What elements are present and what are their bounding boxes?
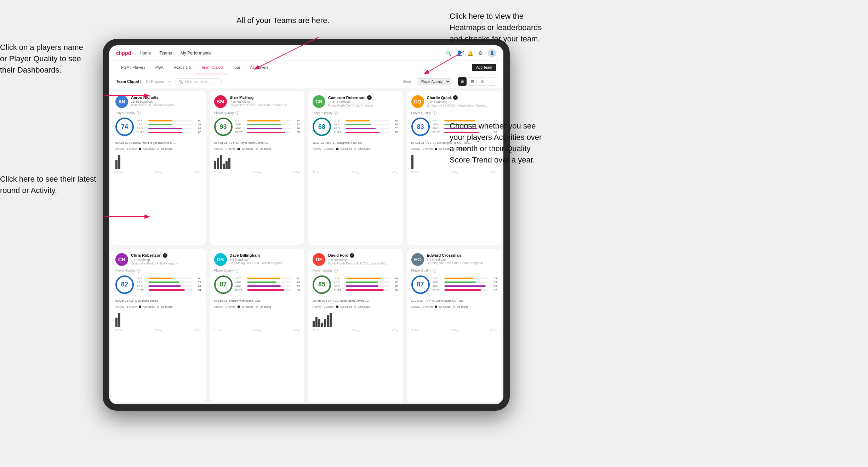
- player-club: Royal North Devon Golf Club, United Kit.…: [328, 262, 399, 265]
- avatar[interactable]: 👤: [488, 49, 496, 57]
- last-round[interactable]: 04 Sep 23 | Mobility with coach, Gym →: [214, 297, 300, 302]
- player-name[interactable]: Dave Billingham: [230, 253, 300, 257]
- last-round-text: 18 Jul 23 | 74 (+4), Sunningdale GC - Ol…: [411, 299, 463, 302]
- info-icon[interactable]: i: [334, 111, 338, 115]
- quality-row[interactable]: 74 OTT 60 APP: [115, 118, 201, 136]
- info-icon[interactable]: i: [235, 269, 239, 273]
- add-team-button[interactable]: Add Team: [472, 64, 496, 71]
- tab-team-clippd[interactable]: Team Clippd: [196, 61, 228, 74]
- player-card[interactable]: DB Dave Billingham 1-5 Handicap Sag Main…: [210, 249, 304, 403]
- chart-date: 31 Jul: [313, 329, 319, 331]
- last-round[interactable]: 03 Mar 23 | 19, Must make putting →: [115, 297, 201, 302]
- team-title: Team Clippd |: [116, 79, 141, 84]
- score-circle[interactable]: 85: [313, 275, 331, 294]
- stat-bar-bg: [247, 285, 291, 287]
- activity-section: Activity · 1 Month On course Off course …: [115, 147, 201, 173]
- player-club: St. George's Hill GC - Weybridge - Surre…: [427, 104, 497, 107]
- oncourse-label: On course: [242, 306, 253, 308]
- quality-row[interactable]: 93 OTT 84 APP: [214, 118, 300, 136]
- navbar-link-teams[interactable]: Teams: [159, 51, 172, 56]
- player-card[interactable]: BM Blair McHarg Plus Handicap Royal Nort…: [210, 91, 304, 245]
- sort-icon[interactable]: ↕: [488, 77, 496, 86]
- info-icon[interactable]: i: [137, 111, 141, 115]
- navbar-link-performance[interactable]: My Performance: [181, 51, 212, 56]
- player-club: Craigmillar Park, United Kingdom: [131, 262, 201, 265]
- player-name[interactable]: Chris Robertson ✓: [131, 253, 201, 258]
- user-icon[interactable]: 👤: [456, 50, 462, 56]
- stat-val: 63: [392, 123, 399, 126]
- grid-view-icon[interactable]: ⊞: [458, 77, 467, 86]
- bell-icon[interactable]: 🔔: [467, 50, 473, 56]
- score-circle[interactable]: 87: [411, 275, 430, 294]
- tab-all-players[interactable]: All Players: [245, 61, 274, 74]
- player-card[interactable]: DF David Ford ✓ 1-5 Handicap Royal North…: [308, 249, 403, 403]
- quality-row[interactable]: 85 OTT 89 APP: [313, 275, 399, 294]
- navbar-link-home[interactable]: Home: [139, 51, 151, 56]
- info-icon[interactable]: i: [334, 269, 338, 273]
- player-club: Royal North Devon Golf Club, United Kin.…: [230, 103, 300, 107]
- quality-label: Player Quality i: [313, 269, 399, 273]
- player-name[interactable]: David Ford ✓: [328, 253, 399, 258]
- last-round[interactable]: 02 Jul 23 | 59 (+1), Craigmillar Park GC…: [313, 139, 399, 144]
- player-avatar: DB: [214, 253, 227, 266]
- score-circle[interactable]: 68: [313, 118, 331, 136]
- player-card[interactable]: AN Aaron Nicholls 11-15 Handicap Drift G…: [111, 91, 206, 245]
- edit-icon[interactable]: ✏: [168, 79, 171, 84]
- score-circle[interactable]: 83: [411, 118, 430, 136]
- score-circle[interactable]: 82: [115, 275, 134, 294]
- stat-val: 85: [194, 131, 201, 134]
- oncourse-label: On course: [143, 306, 155, 308]
- player-card[interactable]: EC Edward Crossman 1-5 Handicap Sunningd…: [407, 249, 502, 403]
- quality-row[interactable]: 87 OTT 73 APP: [411, 275, 497, 294]
- stat-bar-bg: [148, 281, 193, 283]
- stat-name: OTT: [334, 119, 344, 122]
- stat-val: 83: [392, 285, 399, 288]
- player-card[interactable]: CR Cameron Robertson ✓ 11-15 Handicap Ro…: [308, 91, 403, 245]
- info-icon[interactable]: i: [433, 269, 436, 273]
- quality-row[interactable]: 68 OTT 61 APP: [313, 118, 399, 136]
- player-name[interactable]: Cameron Robertson ✓: [328, 95, 399, 100]
- search-icon[interactable]: 🔍: [445, 50, 451, 56]
- score-circle[interactable]: 74: [115, 118, 134, 136]
- score-circle[interactable]: 87: [214, 275, 233, 294]
- settings-icon[interactable]: ⚙: [478, 50, 483, 56]
- stat-val: 96: [392, 289, 399, 292]
- offcourse-legend: [157, 148, 159, 150]
- player-name[interactable]: Edward Crossman: [427, 253, 497, 257]
- stat-name: APP: [235, 123, 245, 126]
- info-icon[interactable]: i: [137, 269, 141, 273]
- last-round[interactable]: 26 Aug 23 | 84 (+12), Royal North Devon …: [313, 297, 399, 302]
- stat-row: ARG 75: [334, 127, 399, 130]
- last-round[interactable]: 26 Aug 23 | 73 (+1), Royal North Devon G…: [214, 139, 300, 144]
- info-icon[interactable]: i: [235, 111, 239, 115]
- player-name[interactable]: Aaron Nicholls: [131, 95, 201, 99]
- stat-row: OTT 89: [334, 277, 399, 280]
- search-box[interactable]: 🔍 Filter by name: [176, 78, 222, 85]
- stat-name: ARG: [137, 285, 147, 288]
- player-name[interactable]: Charlie Quick ✓: [427, 95, 497, 100]
- stat-bar-fill: [444, 281, 476, 283]
- tab-tour[interactable]: Tour: [228, 61, 245, 74]
- player-name[interactable]: Blair McHarg: [230, 95, 300, 99]
- last-round[interactable]: 02 Sep 23 | Sundew round to get back int…: [115, 139, 201, 144]
- last-round[interactable]: 18 Jul 23 | 74 (+4), Sunningdale GC - Ol…: [411, 297, 497, 302]
- quality-row[interactable]: 87 OTT 82 APP: [214, 275, 300, 294]
- stats-bars: OTT 84 APP 85: [235, 119, 300, 135]
- oncourse-legend: [139, 148, 141, 150]
- stat-name: APP: [334, 281, 344, 284]
- chart-bar: [327, 315, 329, 327]
- tab-hcaps[interactable]: Hcaps 1-5: [169, 61, 196, 74]
- oncourse-legend: [238, 306, 240, 308]
- tab-pgat-players[interactable]: PGAT Players: [116, 61, 150, 74]
- search-placeholder: Filter by name: [185, 80, 207, 84]
- list-view-icon[interactable]: ☰: [468, 77, 476, 86]
- player-card[interactable]: CQ Charlie Quick ✓ 6-10 Handicap St. Geo…: [407, 91, 502, 245]
- quality-row[interactable]: 82 OTT 60 APP: [115, 275, 201, 294]
- chart-date: 21 Aug: [450, 329, 458, 331]
- tab-pga[interactable]: PGA: [150, 61, 169, 74]
- info-icon[interactable]: i: [433, 111, 436, 115]
- player-card[interactable]: CR Chris Robertson ✓ 1-5 Handicap Craigm…: [111, 249, 206, 403]
- filter-icon[interactable]: ⊟: [478, 77, 486, 86]
- show-select[interactable]: Player Activity Quality Trend: [417, 78, 451, 85]
- score-circle[interactable]: 93: [214, 118, 233, 136]
